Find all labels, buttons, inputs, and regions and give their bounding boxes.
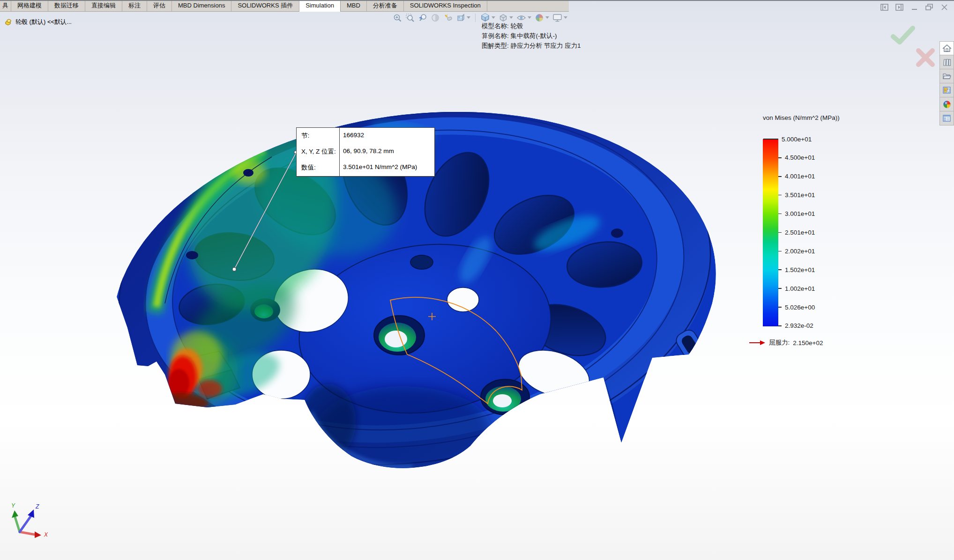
plot-header-line: 算例名称: 集中载荷(-默认-): [482, 31, 581, 41]
x-axis-label: X: [44, 531, 48, 538]
z-axis-label: Z: [35, 503, 39, 510]
dropdown-icon[interactable]: [564, 16, 567, 19]
dropdown-icon[interactable]: [509, 16, 513, 19]
probe-row: X, Y, Z 位置: 06, 90.9, 78.2 mm: [297, 147, 434, 159]
legend-tick: 5.026e+00: [778, 304, 815, 310]
task-pane-home-button[interactable]: [939, 41, 954, 55]
tick-label: 2.002e+01: [785, 248, 815, 255]
legend-tick: 1.502e+01: [778, 266, 815, 273]
cancel-x-icon[interactable]: [918, 51, 932, 65]
view-settings-icon[interactable]: [552, 14, 567, 22]
legend-tick: 4.500e+01: [778, 155, 815, 161]
probe-row-value: 06, 90.9, 78.2 mm: [343, 147, 394, 155]
hide-show-items-icon[interactable]: [516, 14, 531, 22]
command-tab[interactable]: MBD: [341, 0, 367, 11]
dropdown-icon[interactable]: [467, 16, 470, 19]
probe-row: 数值: 3.501e+01 N/mm^2 (MPa): [297, 163, 434, 175]
tick-label: 3.501e+01: [785, 192, 815, 199]
view-palette-button[interactable]: [939, 83, 954, 97]
window-controls: [880, 4, 948, 11]
zoom-to-fit-icon[interactable]: [393, 13, 402, 22]
command-tab[interactable]: 标注: [122, 0, 147, 11]
previous-view-icon[interactable]: [418, 13, 427, 22]
design-library-button[interactable]: [939, 55, 954, 69]
stress-legend: von Mises (N/mm^2 (MPa)) 5.000e+01 4.500…: [749, 114, 871, 121]
tick-mark-icon: [778, 251, 782, 252]
legend-tick: 2.002e+01: [778, 248, 815, 254]
tick-mark-icon: [778, 195, 782, 196]
command-tab[interactable]: 直接编辑: [85, 0, 122, 11]
yield-value: 2.150e+02: [793, 339, 823, 346]
plot-header-line: 图解类型: 静应力分析 节应力 应力1: [482, 41, 581, 51]
tick-mark-icon: [778, 214, 782, 214]
tick-mark-icon: [763, 139, 778, 140]
probe-row-value: 166932: [343, 132, 364, 139]
restore-icon[interactable]: [925, 4, 933, 11]
collapse-pane-right-icon[interactable]: [895, 4, 903, 11]
plot-header: 模型名称: 轮毂算例名称: 集中载荷(-默认-)图解类型: 静应力分析 节应力 …: [482, 21, 581, 51]
command-tab[interactable]: 分析准备: [367, 0, 404, 11]
tick-label: 5.026e+00: [785, 304, 815, 311]
legend-ticks: 5.000e+01 4.500e+01 4.001e+01 3.501e+01 …: [778, 136, 815, 329]
custom-properties-button[interactable]: [939, 111, 954, 125]
tick-mark-icon: [778, 288, 782, 289]
file-explorer-button[interactable]: [939, 69, 954, 83]
command-tab[interactable]: SOLIDWORKS Inspection: [404, 0, 487, 11]
close-icon[interactable]: [940, 4, 948, 11]
tick-mark-icon: [778, 269, 782, 270]
probe-row-value: 3.501e+01 N/mm^2 (MPa): [343, 163, 417, 170]
tick-label: 2.932e-02: [785, 322, 813, 329]
tick-label: 5.000e+01: [782, 136, 812, 143]
zoom-to-area-icon[interactable]: [405, 13, 415, 22]
command-tab[interactable]: 评估: [147, 0, 172, 11]
solidworks-window: 具网格建模数据迁移直接编辑标注评估MBD DimensionsSOLIDWORK…: [0, 0, 954, 560]
legend-tick: 2.932e-02: [778, 323, 815, 329]
dropdown-icon[interactable]: [492, 16, 495, 19]
command-tab[interactable]: 数据迁移: [48, 0, 85, 11]
legend-tick: 4.001e+01: [778, 173, 815, 180]
probe-row-label: 节:: [301, 132, 309, 140]
tick-mark-icon: [778, 307, 782, 308]
feature-tree-root-label: 轮毂 (默认) <<默认...: [15, 18, 72, 26]
probe-row-label: X, Y, Z 位置:: [301, 147, 336, 156]
legend-title: von Mises (N/mm^2 (MPa)): [763, 114, 871, 121]
dropdown-icon[interactable]: [528, 16, 531, 19]
dropdown-icon[interactable]: [545, 16, 549, 19]
command-tab[interactable]: MBD Dimensions: [172, 0, 231, 11]
yield-arrow-icon: [749, 340, 766, 346]
collapse-pane-left-icon[interactable]: [880, 4, 888, 11]
wheel-model[interactable]: [95, 59, 735, 501]
command-tab[interactable]: 网格建模: [11, 0, 48, 11]
tick-label: 4.001e+01: [785, 173, 815, 180]
command-tab[interactable]: Simulation: [299, 0, 341, 11]
accept-check-icon[interactable]: [893, 28, 913, 42]
y-axis-arrow: [12, 510, 18, 518]
tick-label: 2.501e+01: [785, 229, 815, 236]
section-view-icon[interactable]: [431, 13, 440, 22]
legend-tick: 3.501e+01: [778, 192, 815, 199]
command-tab[interactable]: 具: [0, 0, 11, 11]
feature-tree-root[interactable]: 轮毂 (默认) <<默认...: [5, 18, 72, 26]
legend-tick: 2.501e+01: [778, 229, 815, 236]
y-axis-label: Y: [11, 502, 15, 509]
minimize-icon[interactable]: [910, 4, 918, 11]
task-pane: [939, 41, 954, 125]
confirmation-corner: [889, 23, 941, 75]
tick-label: 3.001e+01: [785, 210, 815, 217]
tick-label: 1.002e+01: [785, 285, 815, 292]
yield-strength-row: 屈服力: 2.150e+02: [749, 339, 823, 347]
appearances-scenes-button[interactable]: [939, 97, 954, 111]
probe-node-marker: [232, 267, 236, 271]
command-tab[interactable]: SOLIDWORKS 插件: [231, 0, 299, 11]
tick-mark-icon: [778, 325, 782, 326]
legend-colorbar: [763, 139, 778, 326]
x-axis-arrow: [35, 531, 41, 538]
reference-triad: Y Z X: [7, 502, 52, 541]
legend-tick: 1.002e+01: [778, 285, 815, 292]
probe-row-label: 数值:: [301, 163, 316, 172]
probe-row: 节: 166932: [297, 132, 434, 143]
edit-appearance-icon[interactable]: [456, 13, 470, 22]
dynamic-annotation-icon[interactable]: [443, 13, 453, 22]
tick-mark-icon: [778, 176, 782, 177]
command-manager-tabs: 具网格建模数据迁移直接编辑标注评估MBD DimensionsSOLIDWORK…: [0, 0, 569, 12]
